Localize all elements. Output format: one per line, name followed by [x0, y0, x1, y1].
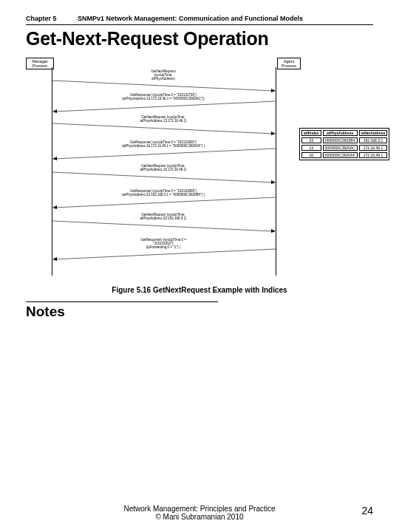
- arrow-right-3: [52, 171, 276, 184]
- msg-3: GetNextRequest (sysUpTime,atPhysAddress.…: [52, 116, 274, 123]
- svg-marker-11: [52, 205, 57, 209]
- footer-line2: © Mani Subramanian 2010: [0, 513, 399, 521]
- agent-lifeline: [276, 67, 276, 276]
- agent-process-box: AgentProcess: [277, 58, 301, 69]
- chapter-subtitle: SNMPv1 Network Management: Communication…: [78, 15, 373, 22]
- svg-marker-15: [52, 257, 57, 261]
- notes-heading: Notes: [26, 304, 373, 320]
- arrow-left-1: [52, 100, 276, 113]
- manager-process-box: ManagerProcess: [26, 58, 54, 69]
- page: Chapter 5 SNMPv1 Network Management: Com…: [0, 0, 399, 510]
- arrow-right-4: [52, 219, 276, 233]
- th-ifindex: atIfIndex: [301, 130, 321, 136]
- svg-line-14: [54, 249, 276, 259]
- th-net: atNetAddress: [359, 130, 388, 136]
- table-row: 160000000C3920AF172.16.49.1: [301, 152, 387, 158]
- arrow-right-2: [52, 122, 276, 135]
- arrow-left-2: [52, 147, 276, 160]
- notes-rule: [26, 301, 218, 302]
- arrow-left-3: [52, 196, 276, 209]
- address-table: atIfIndex atPhysAddress atNetAddress 230…: [299, 128, 389, 160]
- sequence-diagram: ManagerProcess AgentProcess GetNextReque…: [26, 54, 373, 283]
- msg-4: GetResponse( (sysUpTime.0 = "315131800")…: [52, 141, 274, 149]
- svg-line-2: [54, 101, 276, 112]
- page-number: 24: [361, 505, 373, 516]
- table-row: 230000000C3920B4192.168.3.1: [301, 137, 387, 143]
- msg-8: GetResponse( (sysUpTime.0 ="315131810")(…: [52, 239, 274, 250]
- msg-7: GetNextRequest (sysUpTime,atPhysAddress.…: [52, 214, 274, 221]
- msg-1: GetNextRequest(sysUpTime,atPhysAddress): [52, 70, 274, 81]
- svg-line-12: [52, 221, 274, 231]
- svg-line-8: [52, 172, 274, 183]
- table-row: 130000000C3920AC172.16.46.1: [301, 145, 387, 151]
- svg-line-6: [54, 149, 276, 159]
- page-header: Chapter 5 SNMPv1 Network Management: Com…: [26, 15, 373, 24]
- svg-line-0: [52, 81, 274, 91]
- msg-2: GetResponse( (sysUpTime.0 = "315131795")…: [52, 94, 274, 101]
- msg-5: GetNextRequest (sysUpTime,atPhysAddress.…: [52, 165, 274, 172]
- page-footer: Network Management: Principles and Pract…: [0, 505, 399, 521]
- th-phys: atPhysAddress: [323, 130, 358, 136]
- svg-marker-3: [52, 109, 57, 113]
- svg-marker-7: [52, 157, 57, 160]
- msg-6: GetResponse( (sysUpTime.0 = "315131805")…: [52, 190, 274, 197]
- header-rule: [26, 24, 373, 25]
- page-title: Get-Next-Request Operation: [26, 28, 373, 50]
- figure-caption: Figure 5.16 GetNextRequest Example with …: [26, 286, 373, 294]
- table-header-row: atIfIndex atPhysAddress atNetAddress: [301, 130, 387, 136]
- chapter-label: Chapter 5: [26, 15, 78, 22]
- svg-line-4: [52, 123, 274, 134]
- footer-line1: Network Management: Principles and Pract…: [0, 505, 399, 513]
- svg-line-10: [54, 197, 276, 208]
